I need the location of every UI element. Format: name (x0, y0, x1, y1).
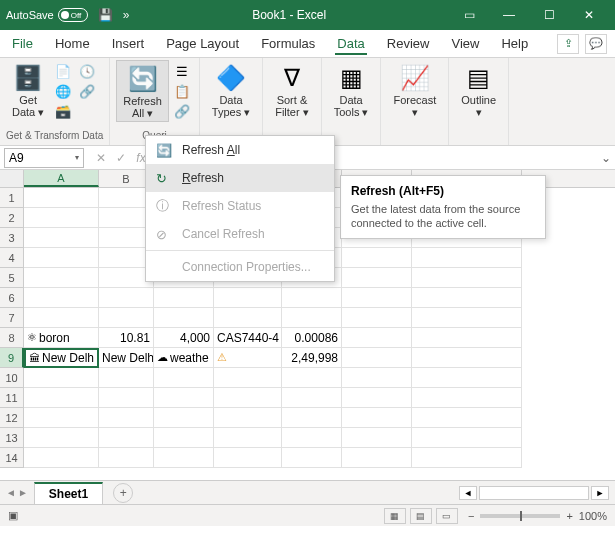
cell[interactable] (282, 308, 342, 328)
cell[interactable] (412, 288, 522, 308)
row-header[interactable]: 9 (0, 348, 24, 368)
row-header[interactable]: 2 (0, 208, 24, 228)
cell[interactable] (24, 248, 99, 268)
cell[interactable] (154, 288, 214, 308)
cell[interactable]: 10.81 (99, 328, 154, 348)
sort-filter-button[interactable]: ∇ Sort & Filter ▾ (269, 60, 315, 120)
col-header-A[interactable]: A (24, 170, 99, 187)
from-web-icon[interactable]: 🌐 (54, 82, 72, 100)
sheet-nav-next-icon[interactable]: ► (18, 487, 28, 498)
recent-sources-icon[interactable]: 🕓 (78, 62, 96, 80)
row-header[interactable]: 11 (0, 388, 24, 408)
cell[interactable] (24, 368, 99, 388)
tab-review[interactable]: Review (385, 32, 432, 55)
existing-conn-icon[interactable]: 🔗 (78, 82, 96, 100)
data-types-button[interactable]: 🔷 Data Types ▾ (206, 60, 256, 120)
close-icon[interactable]: ✕ (569, 0, 609, 30)
menu-refresh-all[interactable]: 🔄Refresh All (146, 136, 334, 164)
row-header[interactable]: 12 (0, 408, 24, 428)
cell[interactable] (282, 368, 342, 388)
zoom-in-icon[interactable]: + (566, 510, 572, 522)
row-header[interactable]: 1 (0, 188, 24, 208)
from-table-icon[interactable]: 🗃️ (54, 102, 72, 120)
menu-refresh[interactable]: ↻Refresh (146, 164, 334, 192)
cell[interactable] (342, 368, 412, 388)
row-header[interactable]: 8 (0, 328, 24, 348)
cell[interactable] (154, 308, 214, 328)
expand-formula-icon[interactable]: ⌄ (597, 151, 615, 165)
cell[interactable] (214, 408, 282, 428)
hscroll-right-icon[interactable]: ► (591, 486, 609, 500)
select-all-triangle[interactable] (0, 170, 24, 187)
cell[interactable] (154, 388, 214, 408)
zoom-out-icon[interactable]: − (468, 510, 474, 522)
autosave-switch[interactable]: Off (58, 8, 88, 22)
sheet-nav-prev-icon[interactable]: ◄ (6, 487, 16, 498)
cell[interactable]: ⚠ (214, 348, 282, 368)
tab-home[interactable]: Home (53, 32, 92, 55)
cell[interactable] (342, 448, 412, 468)
cell[interactable] (24, 448, 99, 468)
normal-view-icon[interactable]: ▦ (384, 508, 406, 524)
cell[interactable] (99, 408, 154, 428)
cell[interactable] (214, 428, 282, 448)
page-layout-view-icon[interactable]: ▤ (410, 508, 432, 524)
cell[interactable] (412, 428, 522, 448)
cell[interactable] (24, 208, 99, 228)
cell[interactable] (342, 428, 412, 448)
cell[interactable] (24, 288, 99, 308)
cell[interactable]: 0.00086 (282, 328, 342, 348)
cell[interactable] (282, 288, 342, 308)
cell[interactable]: 4,000 (154, 328, 214, 348)
row-header[interactable]: 6 (0, 288, 24, 308)
tab-page-layout[interactable]: Page Layout (164, 32, 241, 55)
row-header[interactable]: 10 (0, 368, 24, 388)
tab-help[interactable]: Help (499, 32, 530, 55)
cell[interactable]: New Delh (99, 348, 154, 368)
cell[interactable] (154, 408, 214, 428)
cell[interactable] (282, 388, 342, 408)
cell[interactable] (412, 388, 522, 408)
cell[interactable] (24, 228, 99, 248)
cell[interactable] (214, 448, 282, 468)
cell[interactable] (282, 448, 342, 468)
cell[interactable] (342, 388, 412, 408)
share-icon[interactable]: ⇪ (557, 34, 579, 54)
cell[interactable]: ☁weathe (154, 348, 214, 368)
cell[interactable] (412, 248, 522, 268)
edit-links-icon[interactable]: 🔗 (173, 102, 191, 120)
zoom-slider[interactable] (480, 514, 560, 518)
cell[interactable] (99, 428, 154, 448)
forecast-button[interactable]: 📈 Forecast ▾ (387, 60, 442, 120)
cell[interactable]: ⚛boron (24, 328, 99, 348)
cell[interactable] (214, 388, 282, 408)
tab-view[interactable]: View (449, 32, 481, 55)
outline-button[interactable]: ▤ Outline ▾ (455, 60, 502, 120)
cell[interactable] (154, 428, 214, 448)
page-break-view-icon[interactable]: ▭ (436, 508, 458, 524)
cell[interactable] (99, 388, 154, 408)
tab-insert[interactable]: Insert (110, 32, 147, 55)
cell[interactable] (412, 448, 522, 468)
cell[interactable] (412, 408, 522, 428)
cell[interactable]: 2,49,998 (282, 348, 342, 368)
tab-formulas[interactable]: Formulas (259, 32, 317, 55)
cell[interactable] (154, 368, 214, 388)
cell[interactable] (24, 408, 99, 428)
row-header[interactable]: 7 (0, 308, 24, 328)
qat-overflow-icon[interactable]: » (123, 8, 130, 22)
save-icon[interactable]: 💾 (98, 8, 113, 22)
cell[interactable] (214, 368, 282, 388)
hscroll-track[interactable] (479, 486, 589, 500)
cell[interactable] (24, 428, 99, 448)
cell[interactable] (154, 448, 214, 468)
cell[interactable] (24, 388, 99, 408)
record-macro-icon[interactable]: ▣ (8, 509, 18, 522)
ribbon-options-icon[interactable]: ▭ (449, 0, 489, 30)
cell[interactable] (342, 308, 412, 328)
tab-file[interactable]: File (10, 32, 35, 55)
cell[interactable] (214, 288, 282, 308)
cell[interactable] (412, 268, 522, 288)
queries-icon[interactable]: ☰ (173, 62, 191, 80)
cell[interactable] (282, 408, 342, 428)
